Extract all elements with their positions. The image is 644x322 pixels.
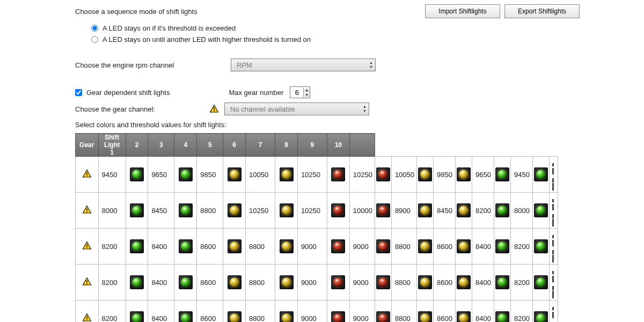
led-cell[interactable] bbox=[532, 157, 549, 193]
threshold-cell[interactable]: 9650 bbox=[148, 157, 174, 193]
threshold-cell[interactable]: 8400 bbox=[148, 229, 174, 265]
threshold-cell[interactable]: 9000 bbox=[349, 301, 375, 323]
led-green-icon[interactable] bbox=[179, 167, 193, 181]
threshold-cell[interactable]: 9850 bbox=[434, 157, 456, 193]
threshold-cell[interactable]: 8800 bbox=[246, 301, 275, 323]
chart-icon[interactable] bbox=[552, 194, 555, 226]
led-cell[interactable] bbox=[417, 157, 434, 193]
led-yellow-icon[interactable] bbox=[280, 239, 294, 253]
led-green-icon[interactable] bbox=[495, 203, 509, 217]
led-yellow-icon[interactable] bbox=[418, 239, 432, 253]
led-cell[interactable] bbox=[456, 301, 472, 323]
threshold-cell[interactable]: 9450 bbox=[98, 157, 126, 193]
chart-icon[interactable] bbox=[552, 266, 555, 298]
led-green-icon[interactable] bbox=[130, 203, 144, 217]
led-cell[interactable] bbox=[327, 193, 349, 229]
threshold-cell[interactable]: 8400 bbox=[472, 229, 494, 265]
led-yellow-icon[interactable] bbox=[457, 167, 471, 181]
led-cell[interactable] bbox=[375, 157, 391, 193]
led-green-icon[interactable] bbox=[495, 239, 509, 253]
threshold-cell[interactable]: 10250 bbox=[246, 193, 275, 229]
led-cell[interactable] bbox=[126, 193, 148, 229]
threshold-cell[interactable]: 8800 bbox=[197, 193, 223, 229]
threshold-cell[interactable]: 8600 bbox=[197, 301, 223, 323]
led-green-icon[interactable] bbox=[179, 311, 193, 322]
threshold-cell[interactable]: 8800 bbox=[391, 301, 416, 323]
led-cell[interactable] bbox=[275, 229, 298, 265]
row-chart-button[interactable] bbox=[549, 157, 558, 193]
led-red-icon[interactable] bbox=[376, 167, 390, 181]
led-cell[interactable] bbox=[456, 265, 472, 301]
led-cell[interactable] bbox=[456, 157, 472, 193]
led-green-icon[interactable] bbox=[179, 275, 193, 289]
led-yellow-icon[interactable] bbox=[457, 275, 471, 289]
threshold-cell[interactable]: 10050 bbox=[391, 157, 416, 193]
led-yellow-icon[interactable] bbox=[228, 167, 241, 181]
led-cell[interactable] bbox=[494, 193, 510, 229]
led-cell[interactable] bbox=[375, 229, 391, 265]
led-green-icon[interactable] bbox=[534, 275, 548, 289]
led-red-icon[interactable] bbox=[331, 239, 345, 253]
threshold-cell[interactable]: 9000 bbox=[297, 229, 327, 265]
led-cell[interactable] bbox=[532, 193, 549, 229]
led-cell[interactable] bbox=[223, 193, 246, 229]
led-green-icon[interactable] bbox=[130, 167, 144, 181]
threshold-cell[interactable]: 8200 bbox=[472, 193, 494, 229]
led-yellow-icon[interactable] bbox=[418, 311, 432, 322]
led-green-icon[interactable] bbox=[179, 239, 193, 253]
led-cell[interactable] bbox=[532, 301, 549, 323]
led-cell[interactable] bbox=[456, 229, 472, 265]
threshold-cell[interactable]: 10250 bbox=[297, 157, 327, 193]
threshold-cell[interactable]: 8600 bbox=[197, 265, 223, 301]
led-cell[interactable] bbox=[494, 265, 510, 301]
threshold-cell[interactable]: 8400 bbox=[472, 301, 494, 323]
threshold-cell[interactable]: 8450 bbox=[148, 193, 174, 229]
led-green-icon[interactable] bbox=[495, 167, 509, 181]
led-red-icon[interactable] bbox=[331, 275, 345, 289]
led-cell[interactable] bbox=[417, 193, 434, 229]
threshold-cell[interactable]: 9850 bbox=[197, 157, 223, 193]
led-green-icon[interactable] bbox=[534, 203, 548, 217]
threshold-cell[interactable]: 8200 bbox=[98, 265, 126, 301]
max-gear-stepper[interactable]: ▲ ▼ bbox=[290, 86, 310, 98]
led-yellow-icon[interactable] bbox=[280, 275, 294, 289]
led-red-icon[interactable] bbox=[331, 311, 345, 322]
led-cell[interactable] bbox=[126, 157, 148, 193]
threshold-cell[interactable]: 8200 bbox=[510, 265, 532, 301]
led-green-icon[interactable] bbox=[130, 239, 144, 253]
led-green-icon[interactable] bbox=[534, 167, 548, 181]
led-cell[interactable] bbox=[375, 301, 391, 323]
max-gear-input[interactable] bbox=[290, 87, 303, 97]
led-yellow-icon[interactable] bbox=[457, 203, 471, 217]
led-cell[interactable] bbox=[223, 301, 246, 323]
led-cell[interactable] bbox=[494, 157, 510, 193]
threshold-cell[interactable]: 9000 bbox=[297, 265, 327, 301]
led-green-icon[interactable] bbox=[495, 311, 509, 322]
led-yellow-icon[interactable] bbox=[280, 203, 294, 217]
led-cell[interactable] bbox=[375, 265, 391, 301]
led-green-icon[interactable] bbox=[534, 239, 548, 253]
row-chart-button[interactable] bbox=[549, 265, 558, 301]
led-yellow-icon[interactable] bbox=[280, 167, 294, 181]
chart-icon[interactable] bbox=[552, 302, 555, 322]
row-chart-button[interactable] bbox=[549, 301, 558, 323]
led-cell[interactable] bbox=[174, 265, 197, 301]
led-cell[interactable] bbox=[174, 229, 197, 265]
row-chart-button[interactable] bbox=[549, 193, 558, 229]
threshold-cell[interactable]: 8200 bbox=[510, 301, 532, 323]
led-cell[interactable] bbox=[126, 301, 148, 323]
led-red-icon[interactable] bbox=[376, 311, 390, 322]
led-cell[interactable] bbox=[174, 157, 197, 193]
import-shiftlights-button[interactable]: Import Shiftlights bbox=[425, 4, 500, 18]
led-yellow-icon[interactable] bbox=[228, 311, 241, 322]
led-cell[interactable] bbox=[327, 229, 349, 265]
threshold-cell[interactable]: 8800 bbox=[391, 265, 416, 301]
led-cell[interactable] bbox=[327, 265, 349, 301]
threshold-cell[interactable]: 8800 bbox=[246, 229, 275, 265]
threshold-cell[interactable]: 9650 bbox=[472, 157, 494, 193]
led-yellow-icon[interactable] bbox=[457, 311, 471, 322]
led-red-icon[interactable] bbox=[376, 239, 390, 253]
threshold-cell[interactable]: 8200 bbox=[98, 301, 126, 323]
rpm-channel-combo[interactable]: RPM ▲▼ bbox=[231, 58, 376, 71]
led-cell[interactable] bbox=[417, 301, 434, 323]
